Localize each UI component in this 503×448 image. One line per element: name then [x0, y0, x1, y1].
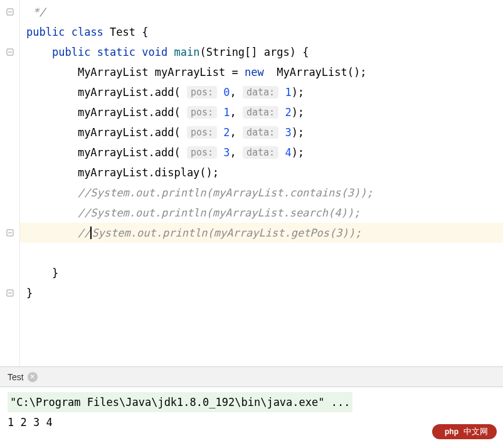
method-params: (String[] args) { — [199, 46, 309, 58]
param-hint: data: — [243, 126, 278, 139]
run-tab-bar: Test ✕ — [0, 367, 503, 387]
gutter-spacer — [4, 142, 16, 163]
gutter-spacer — [4, 163, 16, 183]
method-name: main — [174, 46, 200, 58]
code-line[interactable] — [20, 243, 503, 263]
assignment: myArrayList = — [148, 66, 245, 78]
number-literal: 2 — [217, 126, 230, 139]
method-call: myArrayList.add( — [78, 86, 187, 99]
gutter-spacer — [4, 22, 16, 42]
code-editor[interactable]: */ public class Test { public static voi… — [0, 0, 503, 367]
method-call: myArrayList.add( — [78, 126, 187, 139]
comment-end: */ — [26, 6, 46, 18]
gutter-spacer — [4, 303, 16, 323]
code-line[interactable]: */ — [20, 2, 503, 22]
fold-icon[interactable] — [4, 223, 16, 243]
gutter-spacer — [4, 102, 16, 122]
brace-close: } — [52, 267, 58, 279]
code-line[interactable]: public class Test { — [20, 22, 503, 42]
run-tab-test[interactable]: Test ✕ — [3, 370, 43, 385]
keyword-static: static — [97, 46, 135, 58]
comment: //System.out.println(myArrayList.search(… — [78, 206, 360, 219]
gutter — [0, 0, 20, 366]
gutter-spacer — [4, 183, 16, 203]
number-literal: 3 — [217, 146, 230, 159]
number-literal: 2 — [278, 106, 291, 119]
watermark-badge: 中文网 — [432, 424, 497, 439]
console-command: "C:\Program Files\Java\jdk1.8.0_192\bin\… — [8, 392, 352, 412]
code-line[interactable]: myArrayList.add( pos: 2, data: 3); — [20, 122, 503, 142]
param-hint: pos: — [187, 126, 217, 139]
run-tab-label: Test — [8, 372, 24, 382]
keyword-new: new — [245, 66, 264, 78]
code-line[interactable]: MyArrayList myArrayList = new MyArrayLis… — [20, 62, 503, 82]
method-call: myArrayList.display(); — [78, 166, 219, 179]
param-hint: pos: — [187, 106, 217, 119]
console-stdout: 1 2 3 4 — [8, 412, 495, 432]
brace-close: } — [26, 287, 33, 299]
code-line[interactable]: } — [20, 263, 503, 283]
code-line[interactable]: myArrayList.display(); — [20, 163, 503, 183]
keyword-public: public — [52, 46, 90, 58]
param-hint: data: — [243, 146, 278, 159]
code-line[interactable]: //System.out.println(myArrayList.contain… — [20, 183, 503, 203]
fold-end-icon[interactable] — [4, 283, 16, 303]
keyword-class: class — [71, 26, 103, 38]
gutter-spacer — [4, 82, 16, 102]
param-hint: data: — [243, 106, 278, 119]
number-literal: 1 — [278, 86, 291, 99]
gutter-spacer — [4, 122, 16, 142]
fold-icon[interactable] — [4, 42, 16, 62]
code-area[interactable]: */ public class Test { public static voi… — [20, 0, 503, 366]
comment: //System.out.println(myArrayList.contain… — [78, 186, 373, 199]
param-hint: pos: — [187, 146, 217, 159]
class-name: Test — [110, 26, 135, 38]
run-panel: Test ✕ "C:\Program Files\Java\jdk1.8.0_1… — [0, 367, 503, 448]
keyword-void: void — [142, 46, 167, 58]
comment: // — [78, 227, 90, 239]
brace: { — [135, 26, 148, 38]
constructor-call: MyArrayList(); — [264, 66, 367, 78]
method-call: myArrayList.add( — [78, 106, 187, 119]
type-ref: MyArrayList — [78, 66, 149, 78]
code-line[interactable]: //System.out.println(myArrayList.search(… — [20, 203, 503, 223]
number-literal: 0 — [217, 86, 230, 99]
gutter-spacer — [4, 62, 16, 82]
code-line[interactable]: } — [20, 283, 503, 303]
number-literal: 3 — [278, 126, 291, 139]
param-hint: pos: — [187, 86, 217, 99]
console-output[interactable]: "C:\Program Files\Java\jdk1.8.0_192\bin\… — [0, 387, 503, 448]
code-line[interactable]: myArrayList.add( pos: 0, data: 1); — [20, 82, 503, 102]
method-call: myArrayList.add( — [78, 146, 187, 159]
code-line[interactable]: public static void main(String[] args) { — [20, 42, 503, 62]
gutter-spacer — [4, 203, 16, 223]
number-literal: 1 — [217, 106, 230, 119]
gutter-spacer — [4, 263, 16, 283]
number-literal: 4 — [278, 146, 291, 159]
gutter-spacer — [4, 243, 16, 263]
code-line[interactable]: myArrayList.add( pos: 3, data: 4); — [20, 142, 503, 163]
comment: System.out.println(myArrayList.getPos(3)… — [92, 227, 361, 239]
keyword-public: public — [26, 26, 65, 38]
param-hint: data: — [243, 86, 278, 99]
fold-icon[interactable] — [4, 2, 16, 22]
code-line[interactable]: myArrayList.add( pos: 1, data: 2); — [20, 102, 503, 122]
code-line-active[interactable]: //System.out.println(myArrayList.getPos(… — [20, 223, 503, 243]
close-icon[interactable]: ✕ — [28, 372, 38, 382]
